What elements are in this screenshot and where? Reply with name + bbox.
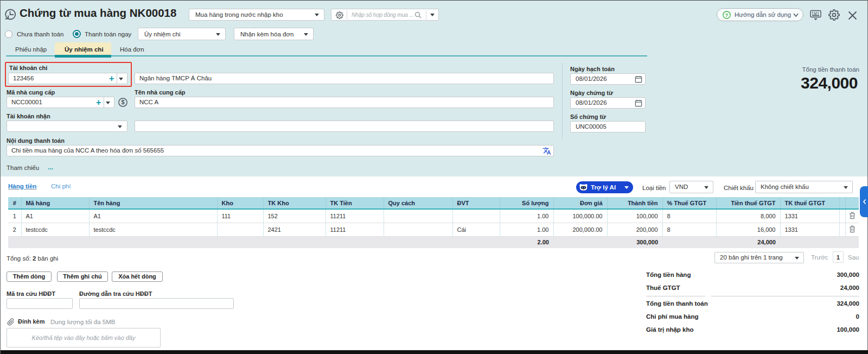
svg-text:?: ? (725, 12, 728, 18)
svg-text:$: $ (121, 99, 124, 105)
